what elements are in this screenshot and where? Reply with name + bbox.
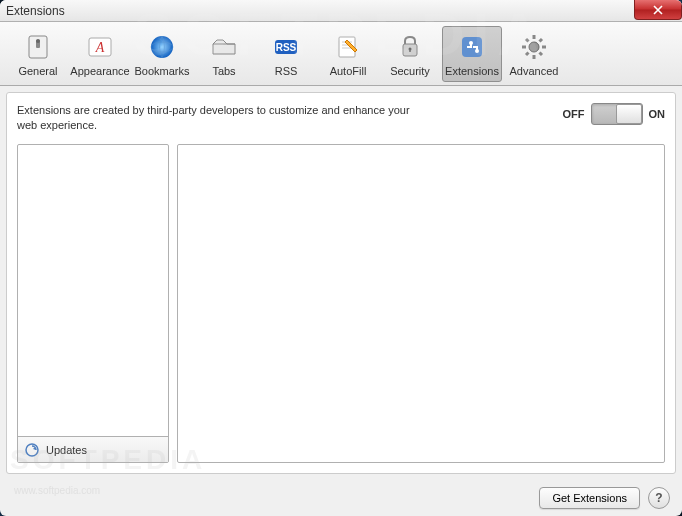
- close-button[interactable]: [634, 0, 682, 20]
- content-area: Extensions are created by third-party de…: [6, 92, 676, 474]
- help-button[interactable]: ?: [648, 487, 670, 509]
- tab-label: Appearance: [70, 65, 129, 77]
- svg-line-27: [540, 39, 543, 42]
- tab-label: Extensions: [445, 65, 499, 77]
- tab-rss[interactable]: RSS RSS: [256, 26, 316, 82]
- extensions-toggle[interactable]: [591, 103, 643, 125]
- svg-point-18: [475, 49, 479, 53]
- tab-label: Tabs: [212, 65, 235, 77]
- rss-icon: RSS: [270, 31, 302, 63]
- tab-label: General: [18, 65, 57, 77]
- tab-appearance[interactable]: A Appearance: [70, 26, 130, 82]
- tab-security[interactable]: Security: [380, 26, 440, 82]
- extension-detail-pane: [177, 144, 665, 463]
- header-row: Extensions are created by third-party de…: [17, 103, 665, 134]
- toggle-off-label: OFF: [563, 108, 585, 120]
- svg-point-2: [36, 39, 40, 43]
- tab-bookmarks[interactable]: Bookmarks: [132, 26, 192, 82]
- tab-extensions[interactable]: Extensions: [442, 26, 502, 82]
- extensions-list-pane: Updates: [17, 144, 169, 463]
- close-icon: [652, 5, 664, 15]
- updates-icon: [24, 442, 40, 458]
- tab-label: RSS: [275, 65, 298, 77]
- security-icon: [394, 31, 426, 63]
- updates-bar[interactable]: Updates: [18, 436, 168, 462]
- svg-line-26: [526, 52, 529, 55]
- tab-label: Bookmarks: [134, 65, 189, 77]
- svg-line-24: [526, 39, 529, 42]
- titlebar: Extensions: [0, 0, 682, 22]
- svg-point-19: [529, 42, 539, 52]
- appearance-icon: A: [84, 31, 116, 63]
- extensions-description: Extensions are created by third-party de…: [17, 103, 417, 134]
- tab-label: AutoFill: [330, 65, 367, 77]
- toggle-on-label: ON: [649, 108, 666, 120]
- svg-line-25: [540, 52, 543, 55]
- panes: Updates: [17, 144, 665, 463]
- window-title: Extensions: [6, 4, 65, 18]
- tabs-icon: [208, 31, 240, 63]
- toggle-group: OFF ON: [563, 103, 666, 125]
- toggle-knob: [616, 104, 642, 124]
- tab-autofill[interactable]: AutoFill: [318, 26, 378, 82]
- svg-text:RSS: RSS: [276, 42, 297, 53]
- extensions-list[interactable]: [18, 145, 168, 436]
- advanced-icon: [518, 31, 550, 63]
- preferences-window: Extensions General A Appearance Bookmark…: [0, 0, 682, 516]
- footer: Get Extensions ?: [0, 480, 682, 516]
- preferences-toolbar: General A Appearance Bookmarks Tabs RSS …: [0, 22, 682, 86]
- autofill-icon: [332, 31, 364, 63]
- svg-point-5: [151, 36, 173, 58]
- extensions-icon: [456, 31, 488, 63]
- tab-advanced[interactable]: Advanced: [504, 26, 564, 82]
- svg-text:A: A: [95, 40, 105, 55]
- get-extensions-button[interactable]: Get Extensions: [539, 487, 640, 509]
- tab-general[interactable]: General: [8, 26, 68, 82]
- bookmarks-icon: [146, 31, 178, 63]
- tab-label: Security: [390, 65, 430, 77]
- tab-label: Advanced: [510, 65, 559, 77]
- updates-label: Updates: [46, 444, 87, 456]
- tab-tabs[interactable]: Tabs: [194, 26, 254, 82]
- general-icon: [22, 31, 54, 63]
- svg-point-17: [469, 41, 473, 45]
